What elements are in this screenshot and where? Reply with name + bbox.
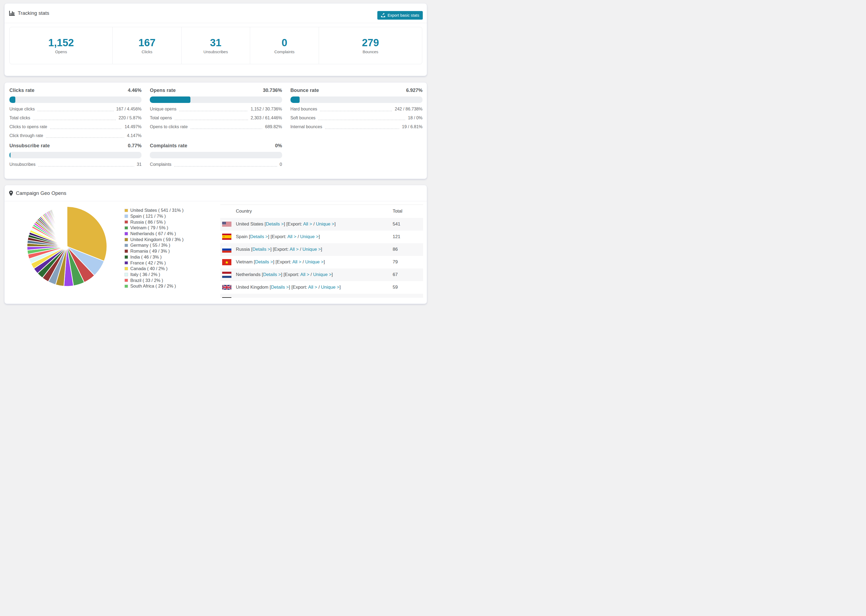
rate-value: 0% bbox=[275, 143, 282, 149]
legend-label: Vietnam ( 79 / 5% ) bbox=[131, 225, 168, 230]
export-all-link[interactable]: All > bbox=[287, 234, 296, 239]
metric-row: Click through rate 4.147% bbox=[9, 131, 142, 140]
legend-label: South Africa ( 29 / 2% ) bbox=[131, 284, 176, 289]
progress-track bbox=[150, 152, 282, 158]
export-icon bbox=[381, 13, 386, 17]
details-link[interactable]: Details > bbox=[263, 272, 281, 277]
export-unique-link[interactable]: Unique > bbox=[300, 234, 319, 239]
map-pin-icon bbox=[9, 190, 13, 196]
country-flag-icon bbox=[222, 285, 231, 290]
campaign-geo-opens-card: Campaign Geo Opens United States ( 541 /… bbox=[4, 185, 427, 304]
bracket: ] [Export: bbox=[275, 297, 294, 298]
rate-head: Complaints rate 0% bbox=[150, 143, 282, 149]
progress-fill bbox=[9, 152, 11, 158]
total-cell: 79 bbox=[393, 256, 423, 269]
metric-value: 4.147% bbox=[127, 131, 142, 140]
export-all-link[interactable]: All > bbox=[301, 272, 310, 277]
total-cell: 67 bbox=[393, 269, 423, 281]
stat-value: 279 bbox=[362, 37, 379, 48]
legend-label: Spain ( 121 / 7% ) bbox=[131, 214, 166, 219]
legend-swatch bbox=[124, 267, 128, 270]
bracket: [ bbox=[250, 247, 252, 252]
metric-label: Hard bounces bbox=[290, 105, 317, 113]
dotted-leader bbox=[179, 111, 248, 111]
progress-track bbox=[9, 96, 142, 103]
metric-value: 689.82% bbox=[265, 122, 282, 131]
geo-table-row: Vietnam [Details >] [Export: All > / Uni… bbox=[220, 256, 423, 269]
rate-section: Opens rate 30.736% Unique opens 1,152 / … bbox=[150, 88, 282, 140]
progress-fill bbox=[150, 96, 191, 103]
country-cell: United States [Details >] [Export: All >… bbox=[236, 218, 393, 231]
export-all-link[interactable]: All > bbox=[290, 247, 299, 252]
stat-cell: 167 Clicks bbox=[113, 27, 181, 64]
stat-value: 31 bbox=[210, 37, 221, 48]
dotted-leader bbox=[320, 111, 392, 111]
details-link[interactable]: Details > bbox=[250, 234, 268, 239]
details-link[interactable]: Details > bbox=[252, 247, 270, 252]
dotted-leader bbox=[175, 119, 248, 120]
rate-title: Bounce rate bbox=[290, 88, 319, 93]
export-unique-link[interactable]: Unique > bbox=[321, 284, 340, 290]
country-flag-icon bbox=[222, 259, 231, 265]
rate-title: Clicks rate bbox=[9, 88, 35, 93]
export-unique-link[interactable]: Unique > bbox=[305, 259, 324, 264]
bracket: ] bbox=[321, 247, 322, 252]
total-cell: 121 bbox=[393, 231, 423, 243]
export-unique-link[interactable]: Unique > bbox=[307, 297, 326, 298]
bracket: [ bbox=[263, 222, 266, 226]
flag-cell bbox=[220, 231, 236, 243]
country-name: Germany bbox=[236, 297, 255, 298]
export-unique-link[interactable]: Unique > bbox=[313, 272, 332, 277]
metric-label: Internal bounces bbox=[290, 122, 322, 131]
bracket: ] bbox=[326, 297, 327, 298]
export-all-link[interactable]: All > bbox=[308, 284, 317, 290]
details-link[interactable]: Details > bbox=[255, 259, 273, 264]
flag-cell bbox=[220, 256, 236, 269]
country-name: United States bbox=[236, 222, 263, 226]
country-name: Spain bbox=[236, 234, 247, 239]
export-unique-link[interactable]: Unique > bbox=[316, 222, 335, 226]
legend-swatch bbox=[124, 250, 128, 253]
details-link[interactable]: Details > bbox=[266, 222, 284, 226]
metric-row: Complaints 0 bbox=[150, 160, 282, 169]
bracket: / bbox=[309, 272, 313, 277]
export-basic-stats-button[interactable]: Export basic stats bbox=[377, 11, 423, 20]
geo-table-row: Russia [Details >] [Export: All > / Uniq… bbox=[220, 243, 423, 256]
details-link[interactable]: Details > bbox=[257, 297, 275, 298]
flag-cell bbox=[220, 218, 236, 231]
legend-item: South Africa ( 29 / 2% ) bbox=[124, 283, 184, 289]
dotted-leader bbox=[33, 119, 116, 120]
legend-label: Italy ( 36 / 2% ) bbox=[131, 272, 160, 277]
country-flag-icon bbox=[222, 297, 231, 298]
metric-row: Soft bounces 18 / 0% bbox=[290, 113, 422, 122]
metric-label: Soft bounces bbox=[290, 113, 315, 122]
legend-item: Russia ( 86 / 5% ) bbox=[124, 219, 184, 225]
rate-value: 4.46% bbox=[128, 88, 142, 93]
progress-track bbox=[9, 152, 142, 158]
rate-value: 0.77% bbox=[128, 143, 142, 149]
bar-chart-icon bbox=[9, 11, 15, 16]
legend-swatch bbox=[124, 232, 128, 236]
details-link[interactable]: Details > bbox=[271, 284, 289, 290]
geo-table-row: Spain [Details >] [Export: All > / Uniqu… bbox=[220, 231, 423, 243]
campaign-geo-opens-header: Campaign Geo Opens bbox=[5, 185, 427, 201]
export-all-link[interactable]: All > bbox=[292, 259, 301, 264]
rate-head: Unsubscribe rate 0.77% bbox=[9, 143, 142, 149]
stat-label: Complaints bbox=[274, 49, 294, 54]
stat-strip: 1,152 Opens 167 Clicks 31 Unsubscribes 0… bbox=[9, 27, 422, 64]
rate-value: 6.927% bbox=[406, 88, 422, 93]
metric-rows: Hard bounces 242 / 86.738% Soft bounces … bbox=[290, 105, 422, 131]
country-cell: Germany [Details >] [Export: All > / Uni… bbox=[236, 294, 393, 298]
export-all-link[interactable]: All > bbox=[294, 297, 304, 298]
progress-fill bbox=[9, 96, 15, 103]
legend-swatch bbox=[124, 238, 128, 241]
bracket: [ bbox=[247, 234, 250, 239]
legend-item: France ( 42 / 2% ) bbox=[124, 260, 184, 266]
stat-cell: 31 Unsubscribes bbox=[181, 27, 250, 64]
export-all-link[interactable]: All > bbox=[303, 222, 312, 226]
export-unique-link[interactable]: Unique > bbox=[302, 247, 321, 252]
metric-rows: Unsubscribes 31 bbox=[9, 160, 142, 169]
country-name: Vietnam bbox=[236, 259, 252, 264]
metric-row: Total opens 2,303 / 61.446% bbox=[150, 113, 282, 122]
legend-item: Brazil ( 33 / 2% ) bbox=[124, 277, 184, 283]
